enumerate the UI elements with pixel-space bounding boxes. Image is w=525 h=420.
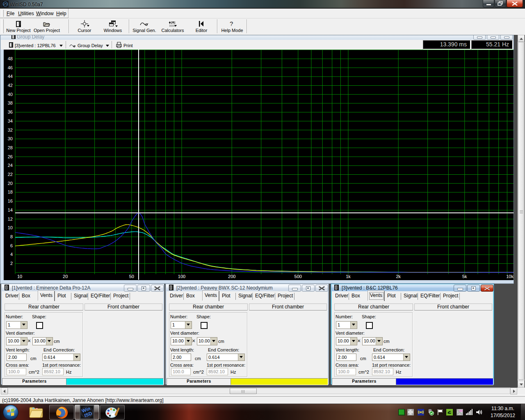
svg-text:26: 26 (8, 154, 13, 159)
svg-text:30: 30 (8, 136, 13, 141)
svg-text:46: 46 (8, 65, 13, 70)
svg-text:5k: 5k (462, 274, 467, 279)
svg-text:36: 36 (8, 110, 13, 114)
svg-text:10: 10 (17, 274, 22, 279)
svg-text:42: 42 (8, 83, 13, 88)
svg-text:2: 2 (10, 261, 13, 266)
svg-text:24: 24 (8, 163, 13, 168)
svg-text:12: 12 (8, 217, 13, 221)
svg-text:40: 40 (8, 92, 13, 97)
svg-text:20: 20 (8, 181, 13, 186)
svg-text:28: 28 (8, 145, 13, 150)
svg-text:8: 8 (10, 234, 13, 239)
svg-text:2k: 2k (396, 274, 401, 279)
svg-text:34: 34 (8, 119, 13, 123)
svg-text:1k: 1k (346, 274, 351, 279)
svg-text:100: 100 (178, 274, 185, 279)
svg-text:500: 500 (294, 274, 302, 279)
svg-text:200: 200 (228, 274, 235, 279)
svg-text:6: 6 (10, 243, 13, 248)
svg-text:22: 22 (8, 172, 13, 177)
svg-text:50: 50 (129, 274, 134, 279)
svg-text:16: 16 (8, 199, 13, 203)
svg-text:38: 38 (8, 100, 13, 105)
svg-text:18: 18 (8, 189, 13, 194)
svg-text:10: 10 (8, 225, 13, 230)
svg-text:10k: 10k (506, 274, 514, 279)
svg-text:14: 14 (8, 208, 13, 212)
svg-text:20: 20 (63, 274, 68, 279)
svg-text:32: 32 (8, 128, 13, 132)
svg-text:44: 44 (8, 74, 13, 79)
svg-text:60: 60 (459, 409, 463, 412)
svg-text:48: 48 (8, 56, 13, 61)
svg-text:4: 4 (10, 252, 13, 257)
